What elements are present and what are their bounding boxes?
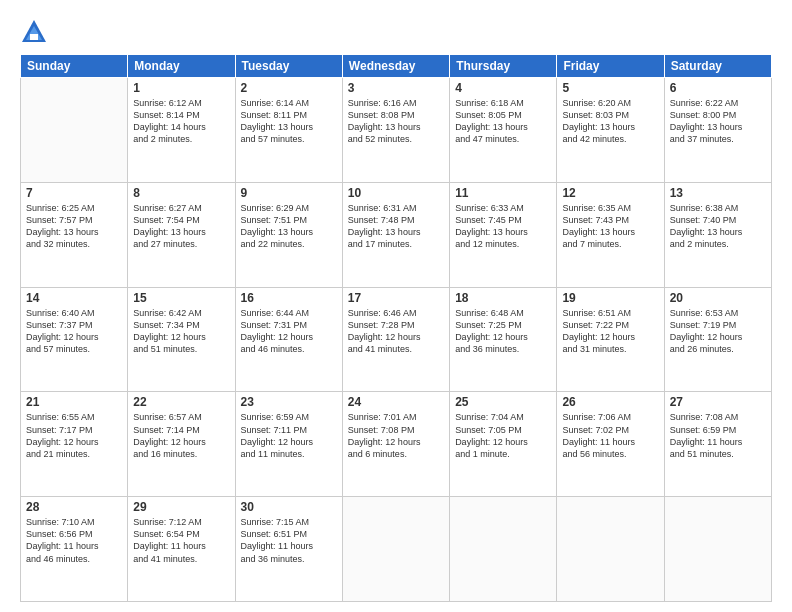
day-info: Sunrise: 7:04 AM Sunset: 7:05 PM Dayligh… bbox=[455, 411, 551, 460]
calendar-cell: 17Sunrise: 6:46 AM Sunset: 7:28 PM Dayli… bbox=[342, 287, 449, 392]
day-info: Sunrise: 6:18 AM Sunset: 8:05 PM Dayligh… bbox=[455, 97, 551, 146]
calendar-row: 14Sunrise: 6:40 AM Sunset: 7:37 PM Dayli… bbox=[21, 287, 772, 392]
day-number: 29 bbox=[133, 500, 229, 514]
calendar-cell bbox=[450, 497, 557, 602]
day-number: 22 bbox=[133, 395, 229, 409]
weekday-header: Friday bbox=[557, 55, 664, 78]
calendar-cell bbox=[21, 78, 128, 183]
day-info: Sunrise: 7:10 AM Sunset: 6:56 PM Dayligh… bbox=[26, 516, 122, 565]
day-info: Sunrise: 6:35 AM Sunset: 7:43 PM Dayligh… bbox=[562, 202, 658, 251]
day-number: 28 bbox=[26, 500, 122, 514]
day-info: Sunrise: 6:27 AM Sunset: 7:54 PM Dayligh… bbox=[133, 202, 229, 251]
calendar-cell: 21Sunrise: 6:55 AM Sunset: 7:17 PM Dayli… bbox=[21, 392, 128, 497]
day-number: 14 bbox=[26, 291, 122, 305]
calendar-cell: 6Sunrise: 6:22 AM Sunset: 8:00 PM Daylig… bbox=[664, 78, 771, 183]
day-info: Sunrise: 6:12 AM Sunset: 8:14 PM Dayligh… bbox=[133, 97, 229, 146]
day-number: 4 bbox=[455, 81, 551, 95]
calendar-cell: 10Sunrise: 6:31 AM Sunset: 7:48 PM Dayli… bbox=[342, 182, 449, 287]
day-info: Sunrise: 6:29 AM Sunset: 7:51 PM Dayligh… bbox=[241, 202, 337, 251]
day-info: Sunrise: 7:12 AM Sunset: 6:54 PM Dayligh… bbox=[133, 516, 229, 565]
calendar-cell: 12Sunrise: 6:35 AM Sunset: 7:43 PM Dayli… bbox=[557, 182, 664, 287]
logo-icon bbox=[20, 18, 48, 46]
calendar-cell: 7Sunrise: 6:25 AM Sunset: 7:57 PM Daylig… bbox=[21, 182, 128, 287]
day-info: Sunrise: 6:31 AM Sunset: 7:48 PM Dayligh… bbox=[348, 202, 444, 251]
day-info: Sunrise: 6:55 AM Sunset: 7:17 PM Dayligh… bbox=[26, 411, 122, 460]
day-number: 23 bbox=[241, 395, 337, 409]
day-number: 11 bbox=[455, 186, 551, 200]
day-number: 3 bbox=[348, 81, 444, 95]
calendar-cell: 28Sunrise: 7:10 AM Sunset: 6:56 PM Dayli… bbox=[21, 497, 128, 602]
calendar-page: SundayMondayTuesdayWednesdayThursdayFrid… bbox=[0, 0, 792, 612]
calendar-cell bbox=[342, 497, 449, 602]
day-info: Sunrise: 7:06 AM Sunset: 7:02 PM Dayligh… bbox=[562, 411, 658, 460]
calendar-cell bbox=[664, 497, 771, 602]
day-number: 18 bbox=[455, 291, 551, 305]
day-number: 15 bbox=[133, 291, 229, 305]
day-info: Sunrise: 6:46 AM Sunset: 7:28 PM Dayligh… bbox=[348, 307, 444, 356]
calendar-table: SundayMondayTuesdayWednesdayThursdayFrid… bbox=[20, 54, 772, 602]
day-number: 9 bbox=[241, 186, 337, 200]
day-number: 25 bbox=[455, 395, 551, 409]
calendar-cell: 29Sunrise: 7:12 AM Sunset: 6:54 PM Dayli… bbox=[128, 497, 235, 602]
day-number: 30 bbox=[241, 500, 337, 514]
logo bbox=[20, 18, 50, 46]
day-info: Sunrise: 6:59 AM Sunset: 7:11 PM Dayligh… bbox=[241, 411, 337, 460]
weekday-header: Saturday bbox=[664, 55, 771, 78]
day-number: 20 bbox=[670, 291, 766, 305]
day-number: 16 bbox=[241, 291, 337, 305]
weekday-header: Thursday bbox=[450, 55, 557, 78]
header bbox=[20, 18, 772, 46]
day-info: Sunrise: 6:42 AM Sunset: 7:34 PM Dayligh… bbox=[133, 307, 229, 356]
day-info: Sunrise: 6:33 AM Sunset: 7:45 PM Dayligh… bbox=[455, 202, 551, 251]
calendar-row: 28Sunrise: 7:10 AM Sunset: 6:56 PM Dayli… bbox=[21, 497, 772, 602]
day-info: Sunrise: 6:14 AM Sunset: 8:11 PM Dayligh… bbox=[241, 97, 337, 146]
calendar-cell bbox=[557, 497, 664, 602]
calendar-cell: 24Sunrise: 7:01 AM Sunset: 7:08 PM Dayli… bbox=[342, 392, 449, 497]
calendar-cell: 25Sunrise: 7:04 AM Sunset: 7:05 PM Dayli… bbox=[450, 392, 557, 497]
day-number: 1 bbox=[133, 81, 229, 95]
day-info: Sunrise: 6:22 AM Sunset: 8:00 PM Dayligh… bbox=[670, 97, 766, 146]
calendar-cell: 11Sunrise: 6:33 AM Sunset: 7:45 PM Dayli… bbox=[450, 182, 557, 287]
day-number: 10 bbox=[348, 186, 444, 200]
weekday-header: Tuesday bbox=[235, 55, 342, 78]
day-info: Sunrise: 6:16 AM Sunset: 8:08 PM Dayligh… bbox=[348, 97, 444, 146]
calendar-cell: 9Sunrise: 6:29 AM Sunset: 7:51 PM Daylig… bbox=[235, 182, 342, 287]
calendar-cell: 30Sunrise: 7:15 AM Sunset: 6:51 PM Dayli… bbox=[235, 497, 342, 602]
calendar-row: 1Sunrise: 6:12 AM Sunset: 8:14 PM Daylig… bbox=[21, 78, 772, 183]
day-number: 2 bbox=[241, 81, 337, 95]
day-number: 27 bbox=[670, 395, 766, 409]
day-info: Sunrise: 7:01 AM Sunset: 7:08 PM Dayligh… bbox=[348, 411, 444, 460]
calendar-cell: 13Sunrise: 6:38 AM Sunset: 7:40 PM Dayli… bbox=[664, 182, 771, 287]
day-info: Sunrise: 6:57 AM Sunset: 7:14 PM Dayligh… bbox=[133, 411, 229, 460]
weekday-header-row: SundayMondayTuesdayWednesdayThursdayFrid… bbox=[21, 55, 772, 78]
calendar-cell: 2Sunrise: 6:14 AM Sunset: 8:11 PM Daylig… bbox=[235, 78, 342, 183]
calendar-row: 7Sunrise: 6:25 AM Sunset: 7:57 PM Daylig… bbox=[21, 182, 772, 287]
day-number: 7 bbox=[26, 186, 122, 200]
calendar-cell: 19Sunrise: 6:51 AM Sunset: 7:22 PM Dayli… bbox=[557, 287, 664, 392]
day-number: 21 bbox=[26, 395, 122, 409]
calendar-cell: 14Sunrise: 6:40 AM Sunset: 7:37 PM Dayli… bbox=[21, 287, 128, 392]
weekday-header: Monday bbox=[128, 55, 235, 78]
calendar-cell: 26Sunrise: 7:06 AM Sunset: 7:02 PM Dayli… bbox=[557, 392, 664, 497]
calendar-cell: 1Sunrise: 6:12 AM Sunset: 8:14 PM Daylig… bbox=[128, 78, 235, 183]
calendar-cell: 18Sunrise: 6:48 AM Sunset: 7:25 PM Dayli… bbox=[450, 287, 557, 392]
calendar-cell: 4Sunrise: 6:18 AM Sunset: 8:05 PM Daylig… bbox=[450, 78, 557, 183]
day-info: Sunrise: 6:53 AM Sunset: 7:19 PM Dayligh… bbox=[670, 307, 766, 356]
calendar-cell: 5Sunrise: 6:20 AM Sunset: 8:03 PM Daylig… bbox=[557, 78, 664, 183]
calendar-cell: 3Sunrise: 6:16 AM Sunset: 8:08 PM Daylig… bbox=[342, 78, 449, 183]
calendar-cell: 16Sunrise: 6:44 AM Sunset: 7:31 PM Dayli… bbox=[235, 287, 342, 392]
day-info: Sunrise: 7:08 AM Sunset: 6:59 PM Dayligh… bbox=[670, 411, 766, 460]
calendar-cell: 23Sunrise: 6:59 AM Sunset: 7:11 PM Dayli… bbox=[235, 392, 342, 497]
day-info: Sunrise: 6:38 AM Sunset: 7:40 PM Dayligh… bbox=[670, 202, 766, 251]
calendar-row: 21Sunrise: 6:55 AM Sunset: 7:17 PM Dayli… bbox=[21, 392, 772, 497]
calendar-cell: 27Sunrise: 7:08 AM Sunset: 6:59 PM Dayli… bbox=[664, 392, 771, 497]
day-number: 5 bbox=[562, 81, 658, 95]
day-info: Sunrise: 6:48 AM Sunset: 7:25 PM Dayligh… bbox=[455, 307, 551, 356]
calendar-cell: 22Sunrise: 6:57 AM Sunset: 7:14 PM Dayli… bbox=[128, 392, 235, 497]
day-number: 17 bbox=[348, 291, 444, 305]
calendar-cell: 15Sunrise: 6:42 AM Sunset: 7:34 PM Dayli… bbox=[128, 287, 235, 392]
day-number: 24 bbox=[348, 395, 444, 409]
day-number: 13 bbox=[670, 186, 766, 200]
day-number: 6 bbox=[670, 81, 766, 95]
day-info: Sunrise: 6:44 AM Sunset: 7:31 PM Dayligh… bbox=[241, 307, 337, 356]
